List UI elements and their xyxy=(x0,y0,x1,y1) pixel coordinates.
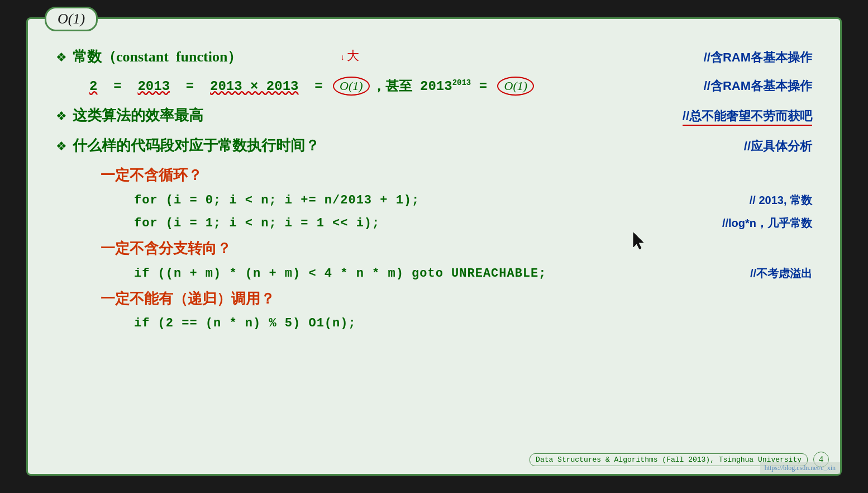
code-3: if ((n + m) * (n + m) < 4 * n * m) goto … xyxy=(134,267,547,281)
code-2: for (i = 1; i < n; i = 1 << i); xyxy=(134,216,380,230)
cursor-indicator xyxy=(631,231,645,252)
o1-circle-1: O(1) xyxy=(333,77,370,96)
comment-code-1: // 2013, 常数 xyxy=(750,193,812,208)
code-row-2: for (i = 1; i < n; i = 1 << i); //log*n，… xyxy=(56,216,812,231)
question-label: 什么样的代码段对应于常数执行时间？ xyxy=(73,136,319,155)
slide-content: ❖ 常数（constant function） //含RAM各基本操作 2 = … xyxy=(56,47,812,330)
comment-lazy: //总不能奢望不劳而获吧 xyxy=(683,108,812,126)
sub-no-branch: 一定不含分支转向？ xyxy=(56,239,812,258)
section-efficiency: ❖ 这类算法的效率最高 //总不能奢望不劳而获吧 xyxy=(56,106,812,126)
superscript-2013: 2013 xyxy=(452,78,471,87)
o1-annotated: ↓ 大 O(1) xyxy=(331,77,372,96)
math-equation: 2 = 2013 = 2013 × 2013 = xyxy=(89,79,331,94)
math-eq2: = xyxy=(471,79,495,94)
svg-marker-0 xyxy=(633,233,643,249)
constant-label: 常数（constant function） xyxy=(73,47,242,67)
slide-title: O(1) xyxy=(45,7,98,31)
code-row-3: if ((n + m) * (n + m) < 4 * n * m) goto … xyxy=(56,266,812,281)
efficiency-label: 这类算法的效率最高 xyxy=(73,106,203,125)
comment-code-3: //不考虑溢出 xyxy=(750,266,812,281)
comment-code-2: //log*n，几乎常数 xyxy=(722,216,812,231)
comment-block: //总不能奢望不劳而获吧 xyxy=(683,108,812,126)
sub-branch-label: 一定不含分支转向？ xyxy=(101,240,231,257)
section-constant: ❖ 常数（constant function） //含RAM各基本操作 xyxy=(56,47,812,67)
comment-ram: //含RAM各基本操作 xyxy=(704,49,812,66)
math-jizhi: ，甚至 xyxy=(372,77,420,95)
comment-ram2: //含RAM各基本操作 xyxy=(704,78,812,94)
bottom-link: https://blog.csdn.net/c_xin xyxy=(760,462,840,474)
section-question: ❖ 什么样的代码段对应于常数执行时间？ //应具体分析 xyxy=(56,136,812,155)
slide-container: O(1) ❖ 常数（constant function） //含RAM各基本操作… xyxy=(26,17,842,476)
sub-no-loop: 一定不含循环？ xyxy=(56,165,812,185)
code-row-4: if (2 == (n * n) % 5) O1(n); xyxy=(56,316,812,330)
bullet-icon-1: ❖ xyxy=(56,50,67,65)
code-1: for (i = 0; i < n; i += n/2013 + 1); xyxy=(134,193,419,207)
math-2: 2 xyxy=(89,79,97,94)
math-2013-sq: 2013 × 2013 xyxy=(210,79,298,94)
code-4: if (2 == (n * n) % 5) O1(n); xyxy=(134,316,356,330)
sub-loop-label: 一定不含循环？ xyxy=(101,167,202,183)
o1-circle-2: O(1) xyxy=(497,77,534,96)
bullet-icon-3: ❖ xyxy=(56,139,67,154)
cursor-icon xyxy=(631,231,645,249)
sub-no-recursion: 一定不能有（递归）调用？ xyxy=(56,289,812,309)
math-equation-row: 2 = 2013 = 2013 × 2013 = ↓ 大 O(1) ，甚至 20… xyxy=(56,77,812,96)
code-row-1: for (i = 0; i < n; i += n/2013 + 1); // … xyxy=(56,193,812,208)
annotation-da: ↓ 大 xyxy=(341,48,359,64)
sub-recursion-label: 一定不能有（递归）调用？ xyxy=(101,291,275,307)
math-2013a: 2013 xyxy=(137,79,170,94)
comment-analyze: //应具体分析 xyxy=(744,138,812,155)
math-2013-power: 20132013 xyxy=(420,78,471,94)
bullet-icon-2: ❖ xyxy=(56,109,67,124)
